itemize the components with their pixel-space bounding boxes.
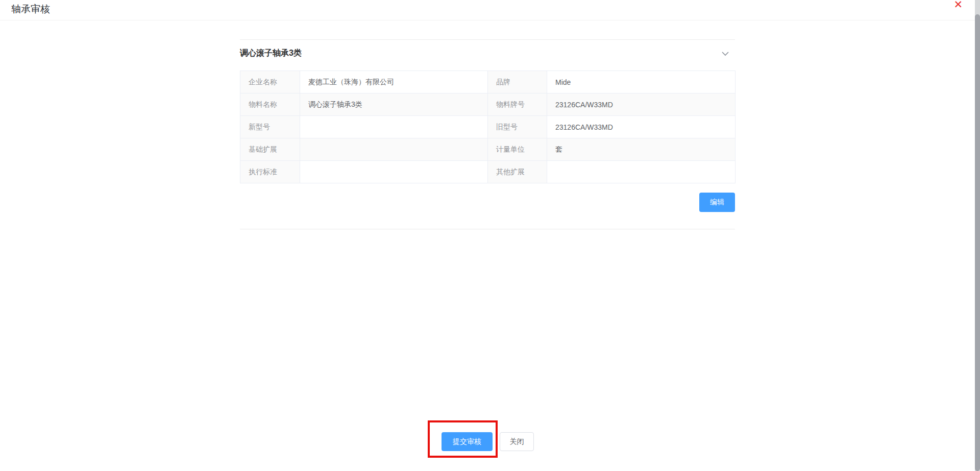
panel-title: 调心滚子轴承3类 [240, 48, 302, 59]
dialog-header: 轴承审核 ✕ [0, 0, 980, 20]
field-value [300, 138, 488, 161]
table-row: 物料名称调心滚子轴承3类物料牌号23126CA/W33MD [240, 93, 736, 116]
field-value: 调心滚子轴承3类 [300, 93, 488, 116]
field-label: 其他扩展 [488, 161, 547, 183]
field-label: 企业名称 [240, 71, 300, 93]
detail-table: 企业名称麦德工业（珠海）有限公司品牌Mide物料名称调心滚子轴承3类物料牌号23… [240, 70, 736, 183]
panel-top-divider [240, 39, 735, 40]
bearing-review-dialog: 轴承审核 ✕ 调心滚子轴承3类 企业名称麦德工业（珠海）有限公司品牌Mide物料… [0, 0, 980, 471]
section-divider [240, 229, 735, 229]
scrollbar-track[interactable] [975, 0, 980, 471]
edit-button[interactable]: 编辑 [699, 193, 735, 212]
scrollbar-thumb[interactable] [975, 14, 980, 471]
field-value: Mide [547, 71, 736, 93]
field-value: 23126CA/W33MD [547, 116, 736, 138]
close-icon[interactable]: ✕ [953, 0, 963, 11]
field-label: 基础扩展 [240, 138, 300, 161]
field-label: 物料名称 [240, 93, 300, 116]
close-button[interactable]: 关闭 [500, 432, 534, 451]
field-label: 物料牌号 [488, 93, 547, 116]
field-label: 新型号 [240, 116, 300, 138]
chevron-down-icon[interactable] [722, 51, 729, 56]
table-row: 企业名称麦德工业（珠海）有限公司品牌Mide [240, 71, 736, 93]
field-label: 执行标准 [240, 161, 300, 183]
field-value [300, 161, 488, 183]
field-value: 23126CA/W33MD [547, 93, 736, 116]
field-label: 计量单位 [488, 138, 547, 161]
field-value: 麦德工业（珠海）有限公司 [300, 71, 488, 93]
table-row: 新型号旧型号23126CA/W33MD [240, 116, 736, 138]
field-label: 品牌 [488, 71, 547, 93]
field-value: 套 [547, 138, 736, 161]
table-row: 执行标准其他扩展 [240, 161, 736, 183]
field-value [547, 161, 736, 183]
collapse-panel-header[interactable]: 调心滚子轴承3类 [240, 45, 735, 63]
field-label: 旧型号 [488, 116, 547, 138]
annotation-highlight-box [428, 420, 498, 458]
field-value [300, 116, 488, 138]
table-row: 基础扩展计量单位套 [240, 138, 736, 161]
dialog-title: 轴承审核 [11, 3, 50, 16]
